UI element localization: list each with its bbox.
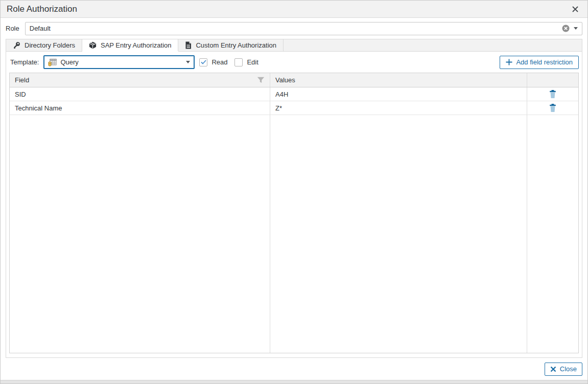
column-header-values[interactable]: Values	[270, 73, 527, 87]
role-dropdown-arrow-icon[interactable]	[574, 27, 578, 30]
cell-field: SID	[10, 87, 270, 101]
permission-checkboxes: Read Edit	[199, 58, 261, 66]
tab-sap-entry-authorization[interactable]: SAP Entry Authorization	[82, 39, 179, 51]
role-row: Role Default	[1, 18, 587, 39]
table-row[interactable]: SID A4H	[10, 87, 578, 101]
dialog-title: Role Authorization	[7, 4, 569, 14]
clear-role-button[interactable]	[562, 25, 570, 32]
empty-values-column	[270, 115, 527, 353]
template-select[interactable]: Query	[43, 55, 195, 69]
document-icon	[185, 41, 192, 49]
role-combobox-value: Default	[30, 25, 558, 32]
add-field-restriction-label: Add field restriction	[516, 58, 573, 66]
read-checkbox-label[interactable]: Read	[211, 58, 227, 66]
template-label: Template:	[10, 58, 39, 66]
clear-icon	[562, 25, 570, 32]
filter-icon[interactable]	[257, 77, 265, 83]
tab-label: SAP Entry Authorization	[101, 41, 172, 49]
tab-label: Custom Entry Authorization	[196, 41, 276, 49]
tab-label: Directory Folders	[25, 41, 75, 49]
key-icon	[13, 41, 20, 49]
delete-row-button[interactable]	[547, 88, 558, 100]
table-empty-area	[10, 115, 578, 353]
checkmark-icon	[201, 60, 206, 64]
dialog-footer: Close	[1, 358, 587, 380]
close-button[interactable]: Close	[545, 363, 582, 376]
table-header-row: Field Values	[10, 73, 578, 87]
trash-icon	[549, 89, 557, 99]
table-row[interactable]: Technical Name Z*	[10, 101, 578, 115]
add-field-restriction-button[interactable]: Add field restriction	[500, 56, 579, 69]
tab-strip: Directory Folders SAP Entry Authorizatio…	[6, 39, 582, 52]
cell-values: A4H	[270, 87, 527, 101]
close-x-icon	[550, 366, 556, 372]
dialog-close-button[interactable]	[569, 3, 581, 15]
delete-row-button[interactable]	[547, 102, 558, 114]
role-combobox[interactable]: Default	[25, 22, 582, 35]
template-select-value: Query	[60, 58, 182, 66]
close-icon	[572, 6, 579, 13]
column-header-actions	[527, 73, 578, 87]
cell-actions	[527, 101, 578, 115]
empty-field-column	[10, 115, 270, 353]
role-authorization-dialog: Role Authorization Role Default	[0, 0, 588, 384]
empty-actions-column	[527, 115, 578, 353]
column-header-field[interactable]: Field	[10, 73, 270, 87]
cell-actions	[527, 87, 578, 101]
trash-icon	[549, 103, 557, 112]
read-checkbox[interactable]	[199, 58, 207, 66]
dialog-bottom-edge	[1, 380, 587, 383]
template-dropdown-arrow-icon	[186, 61, 190, 63]
template-toolbar: Template: Query Read	[6, 52, 582, 73]
cell-values: Z*	[270, 101, 527, 115]
close-button-label: Close	[560, 365, 577, 373]
tab-directory-folders[interactable]: Directory Folders	[6, 39, 82, 51]
column-header-label: Values	[275, 76, 295, 84]
column-header-label: Field	[15, 76, 29, 84]
dialog-titlebar: Role Authorization	[1, 1, 587, 18]
role-label: Role	[6, 25, 19, 32]
tab-custom-entry-authorization[interactable]: Custom Entry Authorization	[178, 39, 284, 51]
sap-entry-authorization-panel: Template: Query Read	[6, 52, 582, 358]
package-icon	[89, 41, 97, 49]
query-icon	[48, 58, 57, 66]
edit-checkbox-label[interactable]: Edit	[247, 58, 258, 66]
plus-icon	[506, 59, 512, 65]
field-restrictions-table: Field Values SID A4H	[9, 73, 579, 353]
edit-checkbox[interactable]	[234, 58, 243, 66]
cell-field: Technical Name	[10, 101, 270, 115]
